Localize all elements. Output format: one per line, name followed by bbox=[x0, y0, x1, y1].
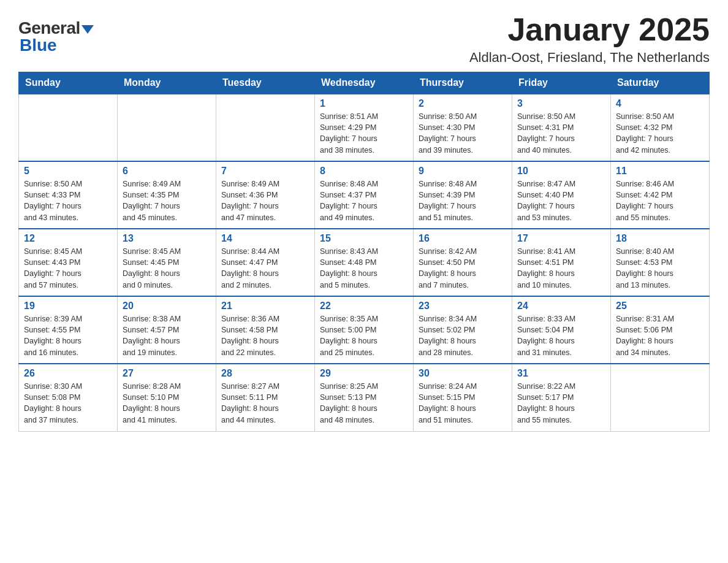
day-info: Sunrise: 8:46 AMSunset: 4:42 PMDaylight:… bbox=[616, 178, 704, 223]
main-title: January 2025 bbox=[469, 12, 710, 47]
day-info: Sunrise: 8:31 AMSunset: 5:06 PMDaylight:… bbox=[616, 313, 704, 358]
day-number: 24 bbox=[517, 301, 605, 312]
day-number: 18 bbox=[616, 233, 704, 244]
calendar-week-3: 12Sunrise: 8:45 AMSunset: 4:43 PMDayligh… bbox=[19, 229, 710, 296]
calendar-cell: 25Sunrise: 8:31 AMSunset: 5:06 PMDayligh… bbox=[611, 296, 710, 364]
day-number: 21 bbox=[221, 301, 309, 312]
day-info: Sunrise: 8:50 AMSunset: 4:30 PMDaylight:… bbox=[419, 111, 507, 156]
day-info: Sunrise: 8:25 AMSunset: 5:13 PMDaylight:… bbox=[320, 381, 408, 426]
day-number: 5 bbox=[24, 166, 112, 177]
subtitle: Aldlan-Oost, Friesland, The Netherlands bbox=[469, 50, 710, 66]
calendar-cell: 13Sunrise: 8:45 AMSunset: 4:45 PMDayligh… bbox=[118, 229, 216, 296]
day-header-sunday: Sunday bbox=[19, 72, 118, 94]
day-info: Sunrise: 8:28 AMSunset: 5:10 PMDaylight:… bbox=[123, 381, 211, 426]
day-number: 12 bbox=[24, 233, 112, 244]
day-info: Sunrise: 8:30 AMSunset: 5:08 PMDaylight:… bbox=[24, 381, 112, 426]
calendar-cell: 15Sunrise: 8:43 AMSunset: 4:48 PMDayligh… bbox=[315, 229, 414, 296]
calendar-cell bbox=[216, 94, 315, 161]
day-number: 4 bbox=[616, 98, 704, 109]
day-number: 23 bbox=[419, 301, 507, 312]
calendar-cell: 4Sunrise: 8:50 AMSunset: 4:32 PMDaylight… bbox=[611, 94, 710, 161]
calendar-cell: 21Sunrise: 8:36 AMSunset: 4:58 PMDayligh… bbox=[216, 296, 315, 364]
day-number: 1 bbox=[320, 98, 408, 109]
day-info: Sunrise: 8:24 AMSunset: 5:15 PMDaylight:… bbox=[419, 381, 507, 426]
day-header-saturday: Saturday bbox=[611, 72, 710, 94]
day-info: Sunrise: 8:38 AMSunset: 4:57 PMDaylight:… bbox=[123, 313, 211, 358]
calendar-week-4: 19Sunrise: 8:39 AMSunset: 4:55 PMDayligh… bbox=[19, 296, 710, 364]
day-info: Sunrise: 8:36 AMSunset: 4:58 PMDaylight:… bbox=[221, 313, 309, 358]
day-info: Sunrise: 8:48 AMSunset: 4:37 PMDaylight:… bbox=[320, 178, 408, 223]
calendar-header: SundayMondayTuesdayWednesdayThursdayFrid… bbox=[19, 72, 710, 94]
day-info: Sunrise: 8:43 AMSunset: 4:48 PMDaylight:… bbox=[320, 246, 408, 291]
day-number: 15 bbox=[320, 233, 408, 244]
calendar-cell: 1Sunrise: 8:51 AMSunset: 4:29 PMDaylight… bbox=[315, 94, 414, 161]
calendar-week-5: 26Sunrise: 8:30 AMSunset: 5:08 PMDayligh… bbox=[19, 364, 710, 431]
day-number: 8 bbox=[320, 166, 408, 177]
logo: General Blue bbox=[18, 18, 94, 55]
day-number: 10 bbox=[517, 166, 605, 177]
calendar-cell: 24Sunrise: 8:33 AMSunset: 5:04 PMDayligh… bbox=[512, 296, 611, 364]
day-number: 30 bbox=[419, 368, 507, 379]
calendar-cell: 29Sunrise: 8:25 AMSunset: 5:13 PMDayligh… bbox=[315, 364, 414, 431]
day-number: 28 bbox=[221, 368, 309, 379]
day-info: Sunrise: 8:35 AMSunset: 5:00 PMDaylight:… bbox=[320, 313, 408, 358]
day-info: Sunrise: 8:39 AMSunset: 4:55 PMDaylight:… bbox=[24, 313, 112, 358]
calendar-cell: 7Sunrise: 8:49 AMSunset: 4:36 PMDaylight… bbox=[216, 161, 315, 229]
calendar-body: 1Sunrise: 8:51 AMSunset: 4:29 PMDaylight… bbox=[19, 94, 710, 431]
day-info: Sunrise: 8:40 AMSunset: 4:53 PMDaylight:… bbox=[616, 246, 704, 291]
calendar-cell: 28Sunrise: 8:27 AMSunset: 5:11 PMDayligh… bbox=[216, 364, 315, 431]
calendar-cell: 19Sunrise: 8:39 AMSunset: 4:55 PMDayligh… bbox=[19, 296, 118, 364]
logo-triangle-icon bbox=[82, 25, 94, 34]
day-info: Sunrise: 8:41 AMSunset: 4:51 PMDaylight:… bbox=[517, 246, 605, 291]
day-number: 31 bbox=[517, 368, 605, 379]
day-number: 11 bbox=[616, 166, 704, 177]
day-number: 22 bbox=[320, 301, 408, 312]
day-info: Sunrise: 8:50 AMSunset: 4:32 PMDaylight:… bbox=[616, 111, 704, 156]
day-info: Sunrise: 8:45 AMSunset: 4:45 PMDaylight:… bbox=[123, 246, 211, 291]
calendar-cell bbox=[19, 94, 118, 161]
calendar-cell: 17Sunrise: 8:41 AMSunset: 4:51 PMDayligh… bbox=[512, 229, 611, 296]
day-info: Sunrise: 8:51 AMSunset: 4:29 PMDaylight:… bbox=[320, 111, 408, 156]
calendar-cell: 2Sunrise: 8:50 AMSunset: 4:30 PMDaylight… bbox=[414, 94, 512, 161]
day-header-monday: Monday bbox=[118, 72, 216, 94]
day-number: 6 bbox=[123, 166, 211, 177]
calendar-cell bbox=[611, 364, 710, 431]
day-number: 16 bbox=[419, 233, 507, 244]
day-info: Sunrise: 8:49 AMSunset: 4:35 PMDaylight:… bbox=[123, 178, 211, 223]
calendar-week-2: 5Sunrise: 8:50 AMSunset: 4:33 PMDaylight… bbox=[19, 161, 710, 229]
day-number: 3 bbox=[517, 98, 605, 109]
day-info: Sunrise: 8:42 AMSunset: 4:50 PMDaylight:… bbox=[419, 246, 507, 291]
day-info: Sunrise: 8:44 AMSunset: 4:47 PMDaylight:… bbox=[221, 246, 309, 291]
page-header: General Blue January 2025 Aldlan-Oost, F… bbox=[18, 12, 710, 66]
day-header-tuesday: Tuesday bbox=[216, 72, 315, 94]
calendar-cell: 14Sunrise: 8:44 AMSunset: 4:47 PMDayligh… bbox=[216, 229, 315, 296]
day-info: Sunrise: 8:27 AMSunset: 5:11 PMDaylight:… bbox=[221, 381, 309, 426]
calendar-cell: 18Sunrise: 8:40 AMSunset: 4:53 PMDayligh… bbox=[611, 229, 710, 296]
day-number: 26 bbox=[24, 368, 112, 379]
days-row: SundayMondayTuesdayWednesdayThursdayFrid… bbox=[19, 72, 710, 94]
calendar-cell: 8Sunrise: 8:48 AMSunset: 4:37 PMDaylight… bbox=[315, 161, 414, 229]
logo-blue-text: Blue bbox=[20, 36, 57, 55]
title-section: January 2025 Aldlan-Oost, Friesland, The… bbox=[469, 12, 710, 66]
calendar-cell: 27Sunrise: 8:28 AMSunset: 5:10 PMDayligh… bbox=[118, 364, 216, 431]
day-number: 20 bbox=[123, 301, 211, 312]
calendar-cell: 12Sunrise: 8:45 AMSunset: 4:43 PMDayligh… bbox=[19, 229, 118, 296]
calendar-cell: 6Sunrise: 8:49 AMSunset: 4:35 PMDaylight… bbox=[118, 161, 216, 229]
day-info: Sunrise: 8:22 AMSunset: 5:17 PMDaylight:… bbox=[517, 381, 605, 426]
calendar-cell: 3Sunrise: 8:50 AMSunset: 4:31 PMDaylight… bbox=[512, 94, 611, 161]
day-header-thursday: Thursday bbox=[414, 72, 512, 94]
calendar-cell: 23Sunrise: 8:34 AMSunset: 5:02 PMDayligh… bbox=[414, 296, 512, 364]
day-info: Sunrise: 8:50 AMSunset: 4:31 PMDaylight:… bbox=[517, 111, 605, 156]
calendar-cell: 22Sunrise: 8:35 AMSunset: 5:00 PMDayligh… bbox=[315, 296, 414, 364]
calendar-week-1: 1Sunrise: 8:51 AMSunset: 4:29 PMDaylight… bbox=[19, 94, 710, 161]
calendar-cell: 16Sunrise: 8:42 AMSunset: 4:50 PMDayligh… bbox=[414, 229, 512, 296]
day-info: Sunrise: 8:49 AMSunset: 4:36 PMDaylight:… bbox=[221, 178, 309, 223]
calendar-cell: 26Sunrise: 8:30 AMSunset: 5:08 PMDayligh… bbox=[19, 364, 118, 431]
calendar-cell: 30Sunrise: 8:24 AMSunset: 5:15 PMDayligh… bbox=[414, 364, 512, 431]
day-number: 27 bbox=[123, 368, 211, 379]
day-number: 9 bbox=[419, 166, 507, 177]
day-info: Sunrise: 8:48 AMSunset: 4:39 PMDaylight:… bbox=[419, 178, 507, 223]
day-number: 14 bbox=[221, 233, 309, 244]
calendar-cell: 5Sunrise: 8:50 AMSunset: 4:33 PMDaylight… bbox=[19, 161, 118, 229]
day-info: Sunrise: 8:47 AMSunset: 4:40 PMDaylight:… bbox=[517, 178, 605, 223]
